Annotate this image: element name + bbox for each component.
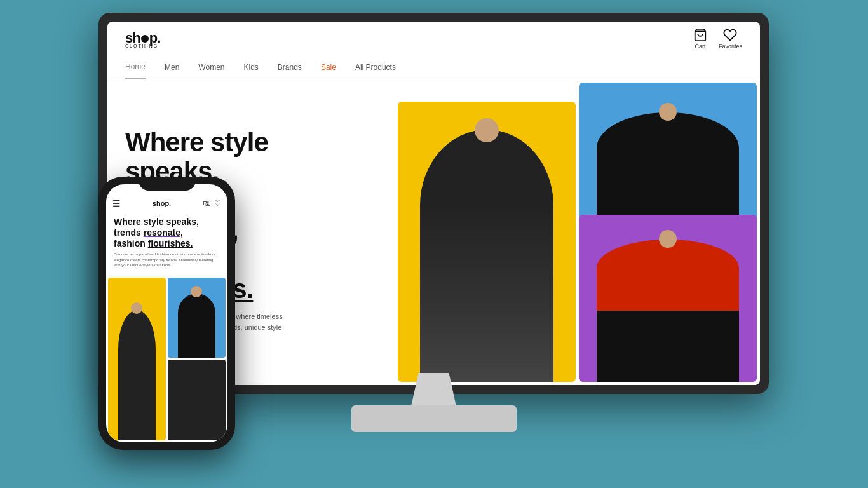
phone: ☰ shop. 🛍 ♡ Where style speaks, trends r… <box>98 177 235 450</box>
phone-logo: shop. <box>153 200 171 207</box>
nav-kids[interactable]: Kids <box>244 57 259 78</box>
woman-yellow-figure <box>398 102 576 382</box>
monitor-stand-base <box>351 405 517 432</box>
scene: shp. CLOTHING Cart <box>0 0 868 488</box>
man-blue-body <box>597 112 739 231</box>
site-nav: Home Men Women Kids Brands Sale All Prod… <box>107 56 760 79</box>
phone-notch <box>139 177 196 191</box>
phone-cart-icon[interactable]: 🛍 <box>203 199 210 208</box>
heart-icon <box>723 28 737 42</box>
favorites-label: Favorites <box>719 43 742 50</box>
phone-body-yellow <box>118 310 156 440</box>
hero-photos <box>395 79 760 385</box>
phone-photo-yellow <box>108 278 166 440</box>
phone-resonate: resonate, <box>144 227 183 238</box>
phone-website: ☰ shop. 🛍 ♡ Where style speaks, trends r… <box>106 184 227 442</box>
man-blue-figure <box>579 83 757 231</box>
site-logo: shp. CLOTHING <box>125 30 160 48</box>
phone-hero-text: Where style speaks, trends resonate, fas… <box>106 212 227 273</box>
phone-body-blue <box>178 294 215 358</box>
photo-man-blue <box>579 83 757 231</box>
phone-figure-yellow <box>108 278 166 440</box>
phone-hero-heading: Where style speaks, trends resonate, fas… <box>114 217 220 248</box>
woman-yellow-body <box>420 130 553 382</box>
phone-photo-blue <box>168 278 226 358</box>
phone-menu-icon[interactable]: ☰ <box>112 198 121 208</box>
phone-flourishes: flourishes. <box>148 238 193 248</box>
phone-photo-dark <box>168 360 226 440</box>
photo-woman-purple <box>579 215 757 382</box>
logo-subtitle: CLOTHING <box>125 44 160 48</box>
nav-sale[interactable]: Sale <box>321 57 336 78</box>
nav-brands[interactable]: Brands <box>278 57 302 78</box>
cart-icon <box>693 28 707 42</box>
phone-screen: ☰ shop. 🛍 ♡ Where style speaks, trends r… <box>106 184 227 442</box>
phone-hero-sub: Discover an unparalleled fashion destina… <box>114 252 220 268</box>
nav-all-products[interactable]: All Products <box>355 57 396 78</box>
phone-head-blue <box>191 286 202 297</box>
phone-heart-icon[interactable]: ♡ <box>214 199 221 208</box>
cart-label: Cart <box>695 43 705 50</box>
photo-woman-yellow <box>398 102 576 382</box>
phone-head-yellow <box>131 302 142 314</box>
phone-figure-blue <box>168 278 226 358</box>
favorites-button[interactable]: Favorites <box>719 28 742 50</box>
site-header: shp. CLOTHING Cart <box>107 22 760 56</box>
nav-women[interactable]: Women <box>198 57 224 78</box>
cart-button[interactable]: Cart <box>693 28 707 50</box>
woman-purple-figure <box>579 215 757 382</box>
phone-header-icons: 🛍 ♡ <box>203 199 221 208</box>
nav-home[interactable]: Home <box>125 56 146 79</box>
woman-purple-body <box>597 240 739 382</box>
header-icons: Cart Favorites <box>693 28 742 50</box>
phone-photo-grid <box>106 276 227 442</box>
nav-men[interactable]: Men <box>165 57 179 78</box>
